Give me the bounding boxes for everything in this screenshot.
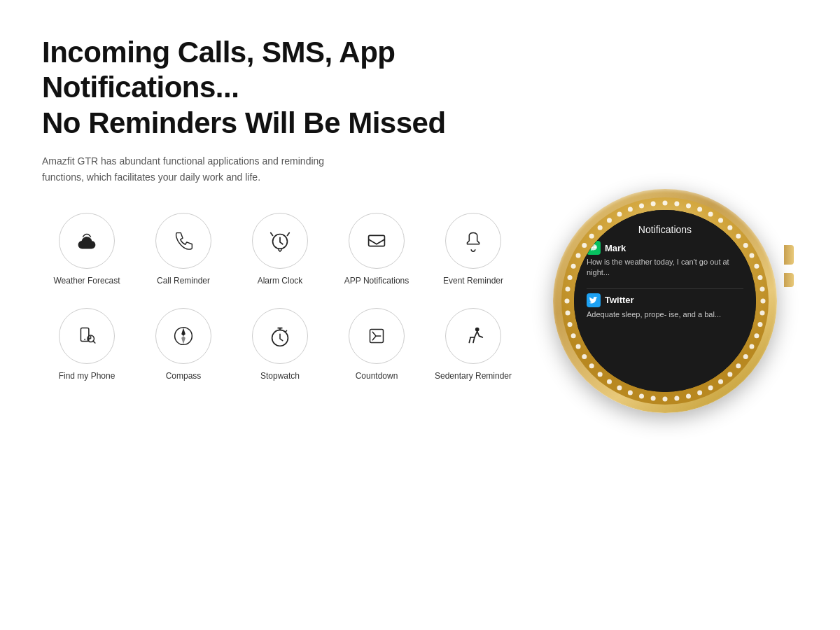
left-section: Incoming Calls, SMS, App Notifications..… <box>42 35 532 602</box>
svg-point-28 <box>754 333 759 338</box>
watch-wrapper: // Generate dots programmatically after … <box>546 189 784 448</box>
icon-item-notifications: APP Notifications <box>332 213 421 287</box>
svg-point-27 <box>757 322 762 327</box>
headline-line1: Incoming Calls, SMS, App Notifications..… <box>42 36 396 104</box>
svg-point-57 <box>589 234 594 239</box>
event-label: Event Reminder <box>443 276 503 287</box>
svg-point-15 <box>697 207 702 212</box>
headline-line2: No Reminders Will Be Missed <box>42 106 446 139</box>
compass-label: Compass <box>166 371 202 382</box>
watch-crown-bottom <box>784 273 794 287</box>
wechat-message: How is the weather today, I can't go out… <box>587 257 743 279</box>
svg-point-18 <box>727 225 732 230</box>
svg-point-14 <box>686 204 691 209</box>
stopwatch-label: Stopwatch <box>260 371 300 382</box>
watch-strap-bottom <box>637 430 693 469</box>
svg-point-34 <box>708 385 713 390</box>
svg-point-56 <box>582 243 587 248</box>
svg-point-20 <box>743 243 748 248</box>
svg-point-49 <box>568 322 573 327</box>
countdown-icon <box>363 323 390 349</box>
stopwatch-icon <box>267 323 293 349</box>
svg-point-13 <box>674 202 679 206</box>
event-icon <box>460 227 486 254</box>
svg-point-22 <box>754 264 759 269</box>
svg-point-26 <box>760 310 764 315</box>
icon-item-alarm: Alarm Clock <box>235 213 325 287</box>
compass-icon-circle <box>155 308 211 364</box>
svg-point-41 <box>628 390 633 395</box>
svg-point-62 <box>639 204 644 209</box>
svg-point-29 <box>749 344 754 349</box>
twitter-message: Adequate sleep, prope- ise, and a bal... <box>587 309 743 320</box>
icon-item-sedentary: Sedentary Reminder <box>428 308 518 382</box>
notif-divider <box>587 288 743 289</box>
notifications-icon-circle <box>349 213 405 269</box>
svg-point-44 <box>598 372 603 377</box>
svg-point-43 <box>607 379 612 384</box>
watch-screen-content: Notifications Mark <box>574 210 756 392</box>
svg-point-38 <box>663 397 668 402</box>
alarm-icon-circle <box>252 213 308 269</box>
icon-item-call: Call Reminder <box>139 213 228 287</box>
svg-point-31 <box>736 363 741 368</box>
svg-point-58 <box>598 225 603 230</box>
svg-point-30 <box>743 354 748 359</box>
svg-point-50 <box>566 310 570 315</box>
svg-point-51 <box>565 299 570 304</box>
svg-point-10 <box>475 327 479 331</box>
alarm-icon <box>267 227 293 254</box>
svg-point-25 <box>761 299 766 304</box>
countdown-icon-circle <box>349 308 405 364</box>
weather-label: Weather Forecast <box>53 276 120 287</box>
svg-point-37 <box>674 396 679 400</box>
page-container: Incoming Calls, SMS, App Notifications..… <box>0 0 840 630</box>
svg-point-23 <box>757 275 762 280</box>
svg-point-47 <box>576 344 581 349</box>
notification-twitter: Twitter Adequate sleep, prope- ise, and … <box>587 293 743 320</box>
call-icon <box>170 227 197 254</box>
svg-point-45 <box>589 363 594 368</box>
twitter-icon <box>587 293 601 307</box>
weather-icon-circle <box>59 213 115 269</box>
svg-point-21 <box>749 253 754 258</box>
notifications-icon <box>363 227 390 254</box>
watch-screen: Notifications Mark <box>574 210 756 392</box>
call-label: Call Reminder <box>157 276 210 287</box>
wechat-sender: Mark <box>605 243 626 253</box>
headline: Incoming Calls, SMS, App Notifications..… <box>42 35 518 141</box>
svg-point-32 <box>727 372 732 377</box>
svg-point-24 <box>760 287 764 292</box>
svg-point-40 <box>639 393 644 398</box>
svg-point-39 <box>651 396 656 400</box>
findphone-icon <box>74 323 100 349</box>
sedentary-icon <box>460 323 486 349</box>
notifications-label: APP Notifications <box>344 276 410 287</box>
countdown-label: Countdown <box>356 371 398 382</box>
svg-point-55 <box>576 253 581 258</box>
findphone-label: Find my Phone <box>59 371 115 382</box>
svg-point-33 <box>718 379 723 384</box>
compass-icon <box>170 323 197 349</box>
icons-grid: Weather Forecast Call Reminder <box>42 213 518 382</box>
icon-item-event: Event Reminder <box>428 213 518 287</box>
svg-point-54 <box>571 264 576 269</box>
right-section: // Generate dots programmatically after … <box>532 35 798 602</box>
icon-item-findphone: Find my Phone <box>42 308 132 382</box>
svg-point-59 <box>607 218 612 223</box>
svg-point-60 <box>617 212 622 217</box>
weather-icon <box>74 227 100 254</box>
notification-wechat: Mark How is the weather today, I can't g… <box>587 241 743 279</box>
findphone-icon-circle <box>59 308 115 364</box>
sedentary-icon-circle <box>445 308 501 364</box>
sedentary-label: Sedentary Reminder <box>435 371 512 382</box>
stopwatch-icon-circle <box>252 308 308 364</box>
watch-crown-top <box>784 245 794 265</box>
alarm-label: Alarm Clock <box>258 276 303 287</box>
svg-point-48 <box>571 333 576 338</box>
svg-point-53 <box>568 275 573 280</box>
icon-item-stopwatch: Stopwatch <box>235 308 325 382</box>
svg-point-16 <box>708 212 713 217</box>
svg-point-63 <box>651 202 656 206</box>
event-icon-circle <box>445 213 501 269</box>
